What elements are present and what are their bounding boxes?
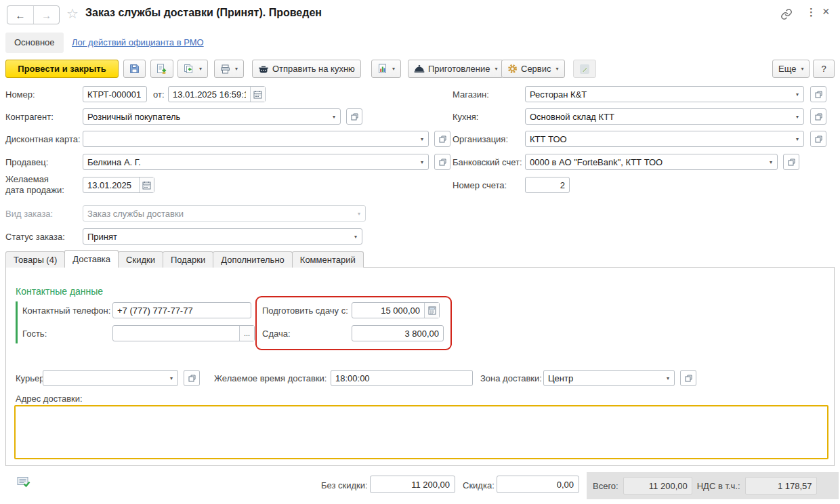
discount-input[interactable]: [497, 476, 579, 492]
favorite-star-icon[interactable]: ☆: [66, 5, 79, 22]
post-document-button[interactable]: [150, 60, 173, 78]
counterparty-field[interactable]: ▾: [83, 108, 341, 125]
save-button[interactable]: [123, 60, 146, 78]
tab-comment[interactable]: Комментарий: [292, 251, 364, 268]
order-status-input[interactable]: [83, 229, 350, 244]
kitchen-input[interactable]: [526, 109, 791, 124]
zone-input[interactable]: [544, 371, 662, 385]
date-field[interactable]: [168, 86, 266, 102]
counterparty-input[interactable]: [83, 109, 328, 124]
zone-field[interactable]: ▾: [543, 370, 675, 386]
chevron-down-icon[interactable]: ▾: [791, 131, 803, 146]
forward-button[interactable]: →: [33, 6, 59, 24]
chevron-down-icon[interactable]: ▾: [791, 109, 803, 124]
print-button[interactable]: ▾: [214, 60, 244, 78]
copy-button[interactable]: ▾: [177, 60, 208, 78]
link-icon[interactable]: [780, 8, 793, 20]
nav-item-main[interactable]: Основное: [5, 33, 64, 53]
without-discount-input[interactable]: [371, 476, 455, 492]
chevron-down-icon[interactable]: ▾: [416, 131, 428, 146]
number-input[interactable]: [83, 87, 146, 102]
tab-discounts[interactable]: Скидки: [118, 251, 163, 268]
desired-time-field[interactable]: [331, 370, 473, 386]
discount-label: Скидка:: [463, 480, 495, 490]
store-field[interactable]: ▾: [525, 86, 804, 102]
prepare-change-input[interactable]: [352, 303, 424, 318]
kebab-menu-icon[interactable]: ⋮: [806, 6, 816, 18]
bank-account-field[interactable]: ▾: [525, 154, 778, 170]
phone-field[interactable]: [112, 302, 251, 318]
seller-field[interactable]: ▾: [83, 154, 429, 170]
invoice-number-input[interactable]: [526, 177, 569, 192]
calendar-icon[interactable]: [250, 87, 265, 102]
invoice-number-field[interactable]: [525, 177, 570, 193]
discount-card-field[interactable]: ▾: [83, 131, 429, 147]
organization-open-button[interactable]: [810, 131, 826, 147]
kitchen-open-button[interactable]: [810, 108, 826, 125]
seller-open-button[interactable]: [434, 154, 450, 170]
kitchen-field[interactable]: ▾: [525, 108, 804, 125]
calculator-icon[interactable]: [424, 303, 439, 318]
store-open-button[interactable]: [810, 86, 826, 102]
change-input[interactable]: [352, 326, 443, 341]
post-and-close-button[interactable]: Провести и закрыть: [5, 60, 119, 78]
order-status-label: Статус заказа:: [5, 232, 65, 242]
date-input[interactable]: [169, 87, 250, 102]
tab-goods[interactable]: Товары (4): [5, 251, 65, 268]
courier-field[interactable]: ▾: [43, 370, 178, 386]
number-field[interactable]: [83, 86, 147, 102]
organization-input[interactable]: [526, 131, 791, 146]
counterparty-open-button[interactable]: [346, 108, 362, 125]
change-field[interactable]: [352, 325, 444, 341]
desired-time-input[interactable]: [331, 371, 472, 385]
without-discount-field[interactable]: [370, 476, 455, 493]
store-input[interactable]: [526, 87, 791, 102]
send-to-kitchen-button[interactable]: Отправить на кухню: [252, 60, 361, 78]
organization-field[interactable]: ▾: [525, 131, 804, 147]
bank-account-input[interactable]: [526, 154, 765, 169]
help-button[interactable]: ?: [813, 60, 835, 78]
discount-card-open-button[interactable]: [434, 131, 450, 147]
tab-delivery[interactable]: Доставка: [64, 250, 119, 268]
guest-more-button[interactable]: ...: [239, 326, 254, 341]
tab-gifts[interactable]: Подарки: [163, 251, 213, 268]
close-icon[interactable]: ×: [822, 5, 830, 19]
print-dropdown-icon[interactable]: ▾: [235, 66, 238, 72]
guest-field[interactable]: ...: [112, 325, 255, 341]
seller-input[interactable]: [83, 154, 416, 169]
zone-open-button[interactable]: [680, 370, 696, 386]
report-button[interactable]: ▾: [371, 60, 401, 78]
edit-button-disabled[interactable]: [573, 60, 596, 78]
cooking-dropdown-icon[interactable]: ▾: [495, 66, 497, 72]
posted-document-icon[interactable]: [17, 476, 31, 488]
chevron-down-icon[interactable]: ▾: [328, 109, 340, 124]
order-status-field[interactable]: ▾: [83, 228, 362, 245]
copy-dropdown-icon[interactable]: ▾: [199, 66, 202, 72]
back-button[interactable]: ←: [7, 6, 33, 24]
chevron-down-icon[interactable]: ▾: [765, 154, 777, 169]
calendar-icon[interactable]: [139, 177, 154, 192]
prepare-change-field[interactable]: [352, 302, 440, 318]
phone-input[interactable]: [113, 303, 251, 318]
discount-field[interactable]: [497, 476, 579, 493]
report-dropdown-icon[interactable]: ▾: [392, 66, 395, 72]
service-button[interactable]: Сервис ▾: [501, 60, 565, 78]
chevron-down-icon[interactable]: ▾: [662, 371, 674, 385]
discount-card-input[interactable]: [83, 131, 416, 146]
desired-date-input[interactable]: [83, 177, 139, 192]
service-dropdown-icon[interactable]: ▾: [556, 66, 559, 72]
chevron-down-icon[interactable]: ▾: [350, 229, 362, 244]
more-button[interactable]: Еще ▾: [772, 60, 810, 78]
chevron-down-icon[interactable]: ▾: [416, 154, 428, 169]
chevron-down-icon[interactable]: ▾: [165, 371, 177, 385]
guest-input[interactable]: [113, 326, 239, 341]
courier-input[interactable]: [43, 371, 165, 385]
chevron-down-icon[interactable]: ▾: [791, 87, 803, 102]
tab-additional[interactable]: Дополнительно: [213, 251, 293, 268]
cooking-button[interactable]: Приготовление ▾: [408, 60, 503, 78]
address-textarea[interactable]: [14, 405, 828, 459]
bank-account-open-button[interactable]: [783, 154, 799, 170]
courier-open-button[interactable]: [184, 370, 200, 386]
desired-date-field[interactable]: [83, 177, 154, 193]
nav-link-waiter-log[interactable]: Лог действий официанта в РМО: [72, 37, 204, 47]
